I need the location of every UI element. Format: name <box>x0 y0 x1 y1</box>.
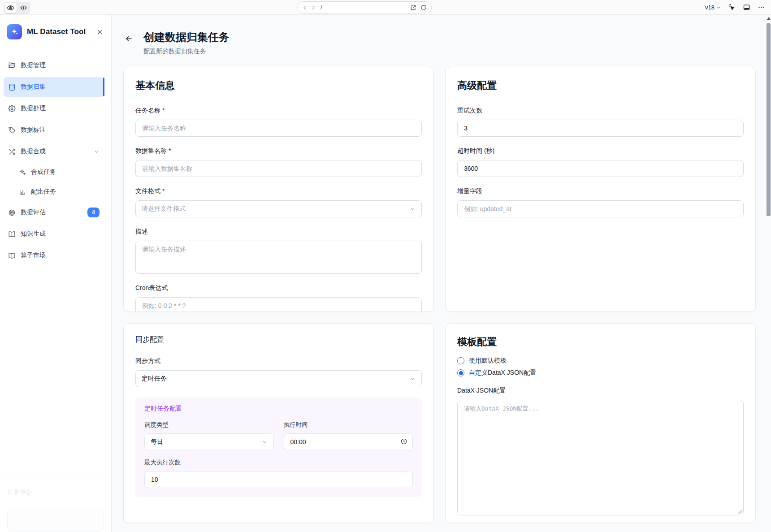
sync-mode-label: 同步方式 <box>135 357 422 365</box>
description-label: 描述 <box>135 228 422 236</box>
sidebar-footer: 任务中心 <box>0 479 111 532</box>
timeout-label: 超时时间 (秒) <box>457 147 744 155</box>
code-mode-button[interactable] <box>17 3 30 13</box>
template-config-title: 模板配置 <box>457 335 744 349</box>
sidebar-item-data-collection[interactable]: 数据归集 <box>4 77 104 97</box>
sidebar-item-label: 知识生成 <box>21 230 46 238</box>
chevron-down-icon <box>262 439 268 445</box>
task-name-input[interactable] <box>135 120 422 137</box>
timeout-input[interactable] <box>457 160 744 177</box>
dataset-name-input[interactable] <box>135 160 422 177</box>
chevron-down-icon <box>410 206 416 212</box>
version-label: v18 <box>705 4 715 11</box>
version-dropdown[interactable]: v18 <box>705 4 721 11</box>
database-icon <box>8 83 16 91</box>
refresh-icon[interactable] <box>420 4 427 11</box>
folder-icon <box>8 62 16 69</box>
sidebar-item-label: 数据管理 <box>21 61 46 69</box>
url-bar[interactable]: / <box>297 1 432 13</box>
exec-time-input[interactable] <box>284 433 413 450</box>
sync-mode-value: 定时任务 <box>142 375 167 383</box>
target-icon <box>8 209 16 216</box>
cursor-select-button[interactable] <box>728 4 736 11</box>
app-title: ML Dataset Tool <box>27 27 90 36</box>
schedule-type-label: 调度类型 <box>144 421 274 429</box>
file-format-placeholder: 请选择文件格式 <box>142 205 186 213</box>
url-path[interactable]: / <box>321 4 407 11</box>
basic-info-title: 基本信息 <box>135 79 422 92</box>
evaluation-count-badge: 4 <box>87 208 100 217</box>
forward-nav-icon[interactable] <box>311 5 316 10</box>
exec-time-label: 执行时间 <box>284 421 413 429</box>
clock-icon[interactable] <box>400 438 407 445</box>
sync-config-card: 同步配置 同步方式 定时任务 定时任务配置 调度类型 <box>123 323 434 523</box>
code-icon <box>20 4 27 12</box>
sidebar-item-data-processing[interactable]: 数据处理 <box>4 99 104 118</box>
scrollbar-thumb[interactable] <box>767 23 771 216</box>
schedule-type-select[interactable]: 每日 <box>144 433 274 450</box>
sidebar-item-label: 数据评估 <box>21 208 46 216</box>
incremental-field-label: 增量字段 <box>457 187 744 195</box>
custom-datax-radio-label: 自定义DataX JSON配置 <box>469 369 536 377</box>
sidebar-item-label: 算子市场 <box>21 251 46 260</box>
sidebar-item-data-management[interactable]: 数据管理 <box>4 56 104 75</box>
tag-icon <box>8 126 16 134</box>
scrollbar-up-arrow[interactable] <box>767 17 771 20</box>
sidebar-item-operator-market[interactable]: 算子市场 <box>4 246 104 265</box>
bar-chart-icon <box>19 188 26 195</box>
radio-checked-icon[interactable] <box>457 369 464 376</box>
sidebar-item-ratio-task[interactable]: 配比任务 <box>4 183 104 201</box>
description-textarea[interactable] <box>135 241 422 274</box>
file-format-select[interactable]: 请选择文件格式 <box>135 200 422 217</box>
sync-config-title: 同步配置 <box>135 335 422 345</box>
sidebar-item-label: 合成任务 <box>31 168 56 176</box>
shuffle-icon <box>8 148 16 156</box>
page-title: 创建数据归集任务 <box>143 30 230 44</box>
radio-unchecked-icon[interactable] <box>457 357 464 364</box>
default-template-radio-option[interactable]: 使用默认模板 <box>457 357 744 365</box>
preview-mode-button[interactable] <box>4 3 17 13</box>
retry-count-input[interactable] <box>457 120 744 137</box>
incremental-field-input[interactable] <box>457 200 744 217</box>
sidebar-item-label: 数据归集 <box>21 83 46 91</box>
task-center-label: 任务中心 <box>7 488 104 496</box>
more-options-button[interactable] <box>758 4 765 11</box>
sidebar-item-label: 数据合成 <box>21 147 46 156</box>
sidebar-item-knowledge-generation[interactable]: 知识生成 <box>4 224 104 244</box>
custom-datax-radio-option[interactable]: 自定义DataX JSON配置 <box>457 369 744 377</box>
max-exec-input[interactable] <box>144 471 413 488</box>
main-content: 创建数据归集任务 配置新的数据归集任务 基本信息 任务名称 * 数据集名称 * … <box>112 15 771 532</box>
schedule-type-value: 每日 <box>151 438 163 446</box>
advanced-config-card: 高级配置 重试次数 超时时间 (秒) 增量字段 <box>445 67 756 312</box>
page-header: 创建数据归集任务 配置新的数据归集任务 <box>123 30 771 56</box>
sidebar-item-data-labeling[interactable]: 数据标注 <box>4 120 104 140</box>
panel-bottom-button[interactable] <box>743 4 750 11</box>
gear-icon <box>8 105 16 112</box>
cron-label: Cron表达式 <box>135 284 422 292</box>
sidebar-item-label: 数据标注 <box>21 126 46 134</box>
open-external-icon[interactable] <box>410 4 416 11</box>
resize-grip-icon[interactable] <box>737 509 742 514</box>
dataset-name-label: 数据集名称 * <box>135 147 422 155</box>
vertical-scrollbar[interactable] <box>766 15 771 532</box>
book-open-icon <box>8 230 16 238</box>
app-logo-sparkles-icon <box>7 24 22 39</box>
basic-info-card: 基本信息 任务名称 * 数据集名称 * 文件格式 * 请选择文件格式 <box>123 67 434 312</box>
sidebar-item-data-evaluation[interactable]: 数据评估 4 <box>4 203 104 222</box>
max-exec-label: 最大执行次数 <box>144 458 413 467</box>
eye-icon <box>7 4 14 12</box>
sync-mode-select[interactable]: 定时任务 <box>135 370 422 387</box>
retry-count-label: 重试次数 <box>457 107 744 115</box>
file-format-label: 文件格式 * <box>135 187 422 195</box>
chevron-down-icon <box>410 376 416 382</box>
scheduled-task-panel: 定时任务配置 调度类型 每日 执行时间 <box>135 398 422 497</box>
close-sidebar-button[interactable] <box>95 27 104 37</box>
datax-json-textarea[interactable] <box>457 400 744 515</box>
back-nav-icon[interactable] <box>302 5 308 10</box>
cron-input[interactable] <box>135 297 422 312</box>
sidebar-item-data-synthesis[interactable]: 数据合成 <box>4 142 104 161</box>
sidebar-item-synthesis-task[interactable]: 合成任务 <box>4 163 104 181</box>
sidebar-item-label: 配比任务 <box>31 188 56 196</box>
sidebar-header: ML Dataset Tool <box>0 15 111 49</box>
back-arrow-button[interactable] <box>123 33 134 44</box>
